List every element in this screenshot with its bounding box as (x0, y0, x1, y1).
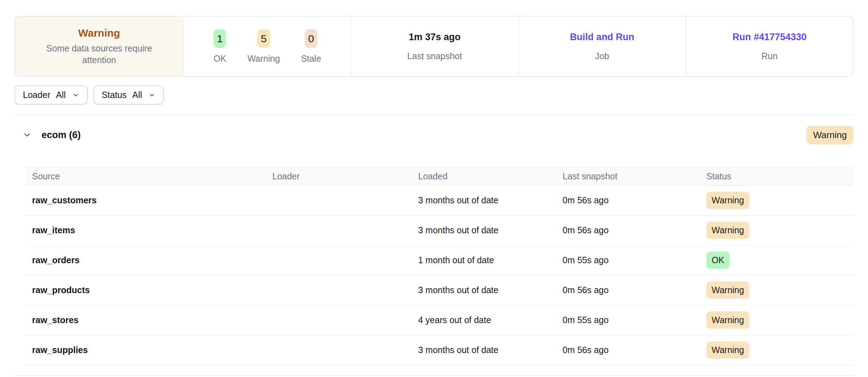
count-warning: 5 Warning (247, 29, 280, 64)
count-ok: 1 OK (213, 29, 227, 64)
section-divider (14, 115, 854, 115)
column-header-status: Status (706, 171, 853, 181)
status-counts-row: 1 OK 5 Warning 0 Stale (213, 29, 321, 64)
table-header-row: Source Loader Loaded Last snapshot Statu… (25, 167, 853, 186)
group-header-ecom[interactable]: ecom (6) Warning (14, 124, 854, 146)
last-snapshot-section: 1m 37s ago Last snapshot (351, 17, 518, 76)
overall-status-panel: Warning Some data sources require attent… (15, 17, 183, 76)
ok-count-label: OK (213, 54, 226, 64)
job-link[interactable]: Build and Run (570, 32, 634, 43)
last-snapshot-cell: 0m 55s ago (563, 255, 706, 265)
data-sources-table: Source Loader Loaded Last snapshot Statu… (25, 167, 853, 365)
group-status-badge: Warning (806, 126, 854, 144)
stale-count-badge: 0 (305, 29, 318, 48)
ok-count-badge: 1 (213, 29, 227, 48)
source-name: raw_stores (25, 315, 272, 325)
source-name: raw_items (25, 225, 272, 235)
chevron-down-icon (72, 92, 79, 99)
loaded-cell: 3 months out of date (418, 195, 563, 205)
last-snapshot-cell: 0m 55s ago (563, 315, 706, 325)
status-badge: Warning (706, 192, 749, 209)
status-badge: Warning (706, 222, 749, 239)
bottom-divider (14, 375, 854, 376)
last-snapshot-cell: 0m 56s ago (563, 285, 706, 295)
run-label: Run (761, 51, 777, 61)
table-row[interactable]: raw_supplies 3 months out of date 0m 56s… (25, 335, 853, 365)
count-stale: 0 Stale (301, 29, 321, 64)
loader-filter-label: Loader (23, 90, 50, 100)
last-snapshot-label: Last snapshot (407, 51, 462, 61)
last-snapshot-cell: 0m 56s ago (563, 225, 706, 235)
status-filter-dropdown[interactable]: Status All (93, 85, 164, 105)
column-header-loader: Loader (272, 171, 418, 181)
loaded-cell: 1 month out of date (418, 255, 563, 265)
status-filter-value: All (132, 90, 142, 100)
loaded-cell: 4 years out of date (418, 315, 563, 325)
loader-filter-value: All (56, 90, 66, 100)
group-title: ecom (6) (42, 130, 81, 141)
source-name: raw_supplies (25, 345, 272, 355)
status-badge: Warning (706, 341, 749, 359)
overall-status-subtitle: Some data sources require attention (36, 43, 163, 66)
warning-count-badge: 5 (257, 29, 270, 48)
stale-count-label: Stale (301, 54, 321, 64)
chevron-down-icon[interactable] (23, 130, 32, 140)
table-row[interactable]: raw_customers 3 months out of date 0m 56… (25, 186, 853, 216)
table-row[interactable]: raw_orders 1 month out of date 0m 55s ag… (25, 246, 853, 276)
column-header-source: Source (25, 171, 272, 181)
source-name: raw_customers (25, 195, 272, 205)
table-row[interactable]: raw_items 3 months out of date 0m 56s ag… (25, 216, 853, 246)
source-name: raw_products (25, 285, 272, 295)
column-header-loaded: Loaded (418, 171, 563, 181)
last-snapshot-value: 1m 37s ago (409, 32, 460, 43)
status-badge: Warning (706, 282, 749, 299)
last-snapshot-cell: 0m 56s ago (563, 345, 706, 355)
status-badge: OK (706, 252, 730, 269)
status-badge: Warning (706, 311, 749, 329)
overall-status-title: Warning (78, 27, 120, 39)
table-row[interactable]: raw_products 3 months out of date 0m 56s… (25, 276, 853, 305)
job-label: Job (595, 51, 609, 61)
loaded-cell: 3 months out of date (418, 225, 563, 235)
chevron-down-icon (148, 92, 155, 99)
status-filter-label: Status (102, 90, 127, 100)
summary-card: Warning Some data sources require attent… (14, 16, 854, 77)
loaded-cell: 3 months out of date (418, 285, 563, 295)
source-name: raw_orders (25, 255, 272, 265)
run-link[interactable]: Run #417754330 (732, 32, 806, 43)
last-snapshot-cell: 0m 56s ago (563, 195, 706, 205)
job-section: Build and Run Job (518, 17, 686, 76)
run-section: Run #417754330 Run (686, 17, 853, 76)
loader-filter-dropdown[interactable]: Loader All (14, 85, 88, 105)
warning-count-label: Warning (247, 54, 280, 64)
table-row[interactable]: raw_stores 4 years out of date 0m 55s ag… (25, 305, 853, 335)
filter-bar: Loader All Status All (14, 85, 854, 105)
column-header-last-snapshot: Last snapshot (563, 171, 706, 181)
status-counts-section: 1 OK 5 Warning 0 Stale (183, 17, 351, 76)
loaded-cell: 3 months out of date (418, 345, 563, 355)
